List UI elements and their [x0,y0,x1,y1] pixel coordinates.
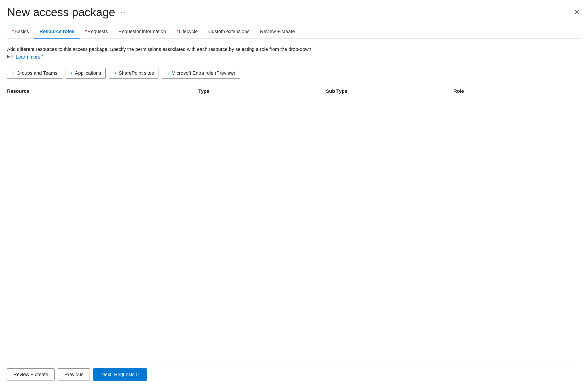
add-applications-button[interactable]: + Applications [65,68,106,79]
tabs-container: *Basics Resource roles *Requests Request… [7,25,581,39]
more-options-button[interactable]: ··· [119,8,127,17]
next-requests-button[interactable]: Next: Requests > [93,368,147,381]
table-body [7,97,581,273]
header-left: New access package ··· [7,5,127,19]
footer-bar: Review + create Previous Next: Requests … [7,363,581,386]
table-container: Resource Type Sub Type Role [7,86,581,363]
column-header-resource: Resource [7,88,198,94]
tab-lifecycle[interactable]: *Lifecycle [171,25,203,39]
previous-button[interactable]: Previous [58,368,90,381]
action-buttons-row: + Groups and Teams + Applications + Shar… [7,68,581,79]
tab-basics[interactable]: *Basics [7,25,34,39]
required-star-basics: * [12,29,14,34]
column-header-role: Role [453,88,581,94]
page-container: New access package ··· ✕ *Basics Resourc… [0,0,588,386]
tab-requests[interactable]: *Requests [80,25,113,39]
review-create-button[interactable]: Review + create [7,368,55,381]
column-header-type: Type [198,88,326,94]
external-link-icon: ↗ [41,54,44,57]
required-star-lifecycle: * [176,29,178,34]
tab-review-create[interactable]: Review + create [255,25,300,39]
column-header-sub-type: Sub Type [326,88,454,94]
add-sharepoint-sites-button[interactable]: + SharePoint sites [109,68,158,79]
required-star-requests: * [85,29,87,34]
add-groups-teams-button[interactable]: + Groups and Teams [7,68,62,79]
plus-icon-entra: + [167,70,170,76]
learn-more-link[interactable]: Learn more↗ [16,54,44,60]
add-entra-role-button[interactable]: + Microsoft Entra role (Preview) [162,68,240,79]
tab-custom-extensions[interactable]: Custom extensions [203,25,255,39]
page-title: New access package [7,5,115,19]
close-button[interactable]: ✕ [573,7,581,17]
header-row: New access package ··· ✕ [7,5,581,19]
plus-icon-groups: + [12,70,15,76]
table-header: Resource Type Sub Type Role [7,86,581,97]
description-text: Add different resources to this access p… [7,45,315,60]
plus-icon-applications: + [70,70,73,76]
plus-icon-sharepoint: + [114,70,117,76]
tab-requestor-information[interactable]: Requestor information [113,25,171,39]
tab-resource-roles[interactable]: Resource roles [34,25,80,39]
